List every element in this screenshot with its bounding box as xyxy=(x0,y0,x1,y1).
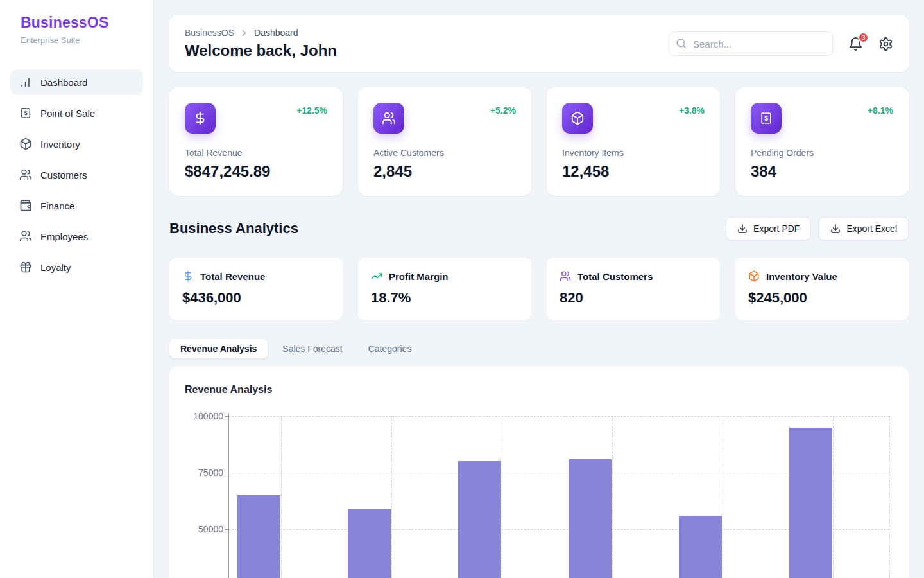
chart-title: Revenue Analysis xyxy=(169,367,909,396)
metric-head: Total Customers xyxy=(560,270,707,282)
main-content: BusinessOS Dashboard Welcome back, John … xyxy=(154,0,924,578)
users-icon xyxy=(560,270,571,282)
bar[interactable] xyxy=(458,461,501,578)
gridline-horizontal xyxy=(228,416,889,417)
gear-icon xyxy=(878,37,893,51)
section-title: Business Analytics xyxy=(169,220,298,237)
breadcrumb-current: Dashboard xyxy=(254,28,298,38)
stat-value: 12,458 xyxy=(562,162,705,180)
package-icon xyxy=(748,270,760,282)
stat-icon-tile xyxy=(562,103,593,134)
export-excel-label: Export Excel xyxy=(846,223,897,234)
package-icon xyxy=(570,111,585,125)
notification-badge: 3 xyxy=(858,32,869,43)
sidebar-item-label: Inventory xyxy=(40,139,80,150)
breadcrumb-root[interactable]: BusinessOS xyxy=(185,28,234,38)
sidebar-item-point-of-sale[interactable]: $ Point of Sale xyxy=(10,100,143,126)
gridline-vertical xyxy=(723,416,723,578)
stat-change-badge: +12.5% xyxy=(296,105,327,116)
stats-grid: +12.5% Total Revenue $847,245.89 +5.2% A… xyxy=(169,87,909,196)
dollar-icon xyxy=(193,111,207,125)
sidebar-item-label: Dashboard xyxy=(40,77,87,88)
sidebar-nav: Dashboard $ Point of Sale Inventory Cust… xyxy=(10,69,143,280)
metric-value: $245,000 xyxy=(748,290,896,306)
bar[interactable] xyxy=(569,459,612,578)
gridline-vertical xyxy=(889,416,890,578)
svg-text:$: $ xyxy=(24,110,27,116)
users-icon xyxy=(19,168,32,181)
sidebar-item-label: Finance xyxy=(40,200,74,211)
sidebar-item-inventory[interactable]: Inventory xyxy=(10,131,143,157)
stat-card-total-revenue: +12.5% Total Revenue $847,245.89 xyxy=(169,87,343,196)
stat-label: Pending Orders xyxy=(751,148,893,158)
stat-card-active-customers: +5.2% Active Customers 2,845 xyxy=(358,87,531,196)
package-icon xyxy=(19,137,32,150)
metric-value: 820 xyxy=(560,290,707,306)
bar[interactable] xyxy=(789,428,832,578)
tab-sales-forecast[interactable]: Sales Forecast xyxy=(271,339,353,358)
chart-plot: 1000007500050000250000 xyxy=(169,408,909,578)
sidebar-item-dashboard[interactable]: Dashboard xyxy=(10,69,143,95)
chevron-right-icon xyxy=(239,28,249,38)
analytics-header: Business Analytics Export PDF Export Exc… xyxy=(169,217,909,240)
metric-label: Total Customers xyxy=(578,271,653,282)
wallet-icon xyxy=(19,199,32,212)
stat-value: $847,245.89 xyxy=(185,162,327,180)
metric-head: Total Revenue xyxy=(182,270,330,282)
metric-card-total-customers: Total Customers 820 xyxy=(547,258,720,320)
metric-label: Total Revenue xyxy=(200,271,265,282)
app-tagline: Enterprise Suite xyxy=(21,35,143,45)
stat-change-badge: +8.1% xyxy=(868,105,893,116)
metric-value: 18.7% xyxy=(371,290,518,306)
export-pdf-button[interactable]: Export PDF xyxy=(726,217,811,240)
metric-card-profit-margin: Profit Margin 18.7% xyxy=(358,258,531,320)
sidebar-item-label: Customers xyxy=(40,170,87,180)
sidebar-item-customers[interactable]: Customers xyxy=(10,162,143,188)
export-excel-button[interactable]: Export Excel xyxy=(819,217,909,240)
settings-button[interactable] xyxy=(878,37,893,51)
search-box xyxy=(669,31,833,56)
metric-label: Profit Margin xyxy=(389,271,449,282)
svg-text:$: $ xyxy=(764,115,768,122)
download-icon xyxy=(737,223,748,234)
y-axis-line xyxy=(228,413,229,578)
sidebar: BusinessOS Enterprise Suite Dashboard $ … xyxy=(0,0,154,578)
search-input[interactable] xyxy=(669,31,833,56)
stat-card-pending-orders: $ +8.1% Pending Orders 384 xyxy=(735,87,909,196)
metric-card-total-revenue: Total Revenue $436,000 xyxy=(169,258,343,320)
y-tick-label: 100000 xyxy=(169,410,223,422)
stat-card-inventory-items: +3.8% Inventory Items 12,458 xyxy=(547,87,720,196)
sidebar-item-label: Employees xyxy=(40,231,88,242)
stat-icon-tile: $ xyxy=(751,103,782,134)
users-icon xyxy=(19,230,32,243)
gridline-vertical xyxy=(612,416,613,578)
gridline-vertical xyxy=(833,416,834,578)
page-header: BusinessOS Dashboard Welcome back, John … xyxy=(169,15,909,72)
metric-head: Inventory Value xyxy=(748,270,896,282)
gridline-vertical xyxy=(281,416,282,578)
stat-change-badge: +3.8% xyxy=(679,105,705,116)
stat-value: 2,845 xyxy=(373,162,516,180)
gift-icon xyxy=(19,261,32,274)
sidebar-item-employees[interactable]: Employees xyxy=(10,223,143,249)
header-left: BusinessOS Dashboard Welcome back, John xyxy=(185,28,337,60)
sidebar-item-label: Loyalty xyxy=(40,262,71,273)
chart-card: Revenue Analysis 1000007500050000250000 xyxy=(169,367,909,578)
export-buttons: Export PDF Export Excel xyxy=(726,217,909,240)
stat-icon-tile xyxy=(373,103,404,134)
gridline-vertical xyxy=(502,416,502,578)
download-icon xyxy=(830,223,841,234)
bar-chart-icon xyxy=(19,76,32,89)
tab-revenue-analysis[interactable]: Revenue Analysis xyxy=(169,339,268,358)
bar[interactable] xyxy=(237,495,280,578)
bar[interactable] xyxy=(679,516,722,578)
stat-label: Total Revenue xyxy=(185,148,327,158)
breadcrumb: BusinessOS Dashboard xyxy=(185,28,337,38)
dollar-icon xyxy=(182,270,194,282)
notifications-button[interactable]: 3 xyxy=(848,37,863,51)
sidebar-item-finance[interactable]: Finance xyxy=(10,193,143,218)
stat-label: Active Customers xyxy=(373,148,516,158)
bar[interactable] xyxy=(348,509,391,578)
tab-categories[interactable]: Categories xyxy=(357,339,423,358)
sidebar-item-loyalty[interactable]: Loyalty xyxy=(10,254,143,280)
